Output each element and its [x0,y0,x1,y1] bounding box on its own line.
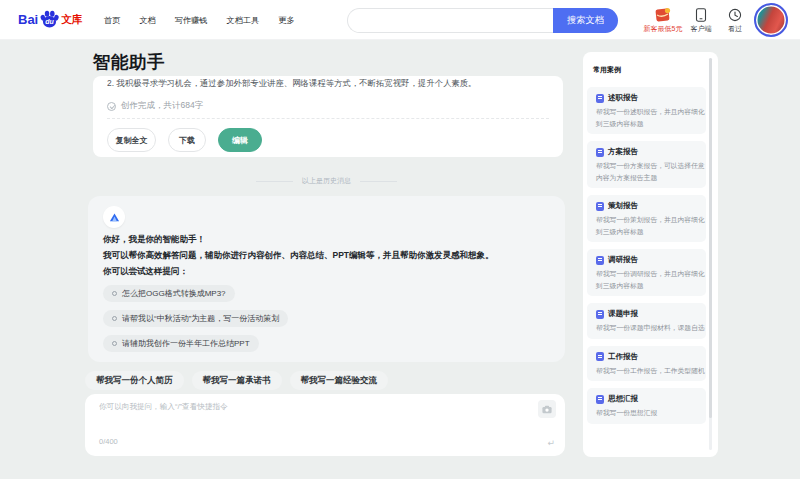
case-card-keti[interactable]: 课题申报 帮我写一份课题申报材料，课题自选 [587,303,706,339]
case-card-shuzhi[interactable]: 述职报告 帮我写一份述职报告，并且内容细化到三级内容标题 [587,87,706,134]
example-question[interactable]: 请辅助我创作一份半年工作总结PPT [103,335,259,352]
promo-gift-icon [653,6,673,23]
copy-all-button[interactable]: 复制全文 [107,128,156,152]
document-icon [596,94,604,103]
case-card-diaoyan[interactable]: 调研报告 帮我写一份调研报告，并且内容细化到三级内容标题 [587,249,706,296]
bullet-circle-icon [112,341,117,346]
nav-docs[interactable]: 文档 [139,15,155,26]
scrollbar-thumb[interactable] [709,58,712,418]
navbar: Bai du 文库 首页 文档 写作赚钱 文档工具 更多 搜索文档 新客最低5元 [0,0,800,40]
divider-line-left [256,181,293,182]
divider-line-right [360,181,397,182]
common-cases-panel: 常用案例 述职报告 帮我写一份述职报告，并且内容细化到三级内容标题 方案报告 帮… [583,52,718,457]
clock-icon [728,8,742,22]
baidu-paw-icon: du [39,9,60,30]
search-input[interactable] [347,8,553,33]
document-icon [596,310,604,319]
example-question[interactable]: 请帮我以“中秋活动”为主题，写一份活动策划 [103,310,288,327]
case-card-fangan[interactable]: 方案报告 帮我写一份方案报告，可以选择任意内容为方案报告主题 [587,141,706,188]
document-icon [596,256,604,265]
question-input[interactable] [99,402,529,432]
cases-panel-title: 常用案例 [593,65,711,75]
viewed-label: 看过 [721,24,749,34]
bullet-circle-icon [112,291,117,296]
assistant-intro: 我可以帮你高效解答问题，辅助你进行内容创作、内容总结、PPT编辑等，并且帮助你激… [103,247,550,263]
search-bar: 搜索文档 [347,8,618,33]
camera-icon [542,405,552,414]
nav-earn[interactable]: 写作赚钱 [175,15,208,26]
quick-prompt-resume[interactable]: 帮我写一份个人简历 [85,371,184,390]
history-clipped-text: 2. 我积极寻求学习机会，通过参加外部专业讲座、网络课程等方式，不断拓宽视野，提… [107,79,549,92]
assistant-avatar [103,206,125,228]
client-label: 客户端 [686,24,716,34]
image-upload-button[interactable] [538,400,556,418]
case-card-sixiang[interactable]: 思想汇报 帮我写一份思想汇报 [587,388,706,424]
phone-icon [695,8,707,22]
logo-bai: Bai [18,12,38,27]
logo-wenku: 文库 [61,13,82,27]
creation-status: 创作完成，共计684字 [107,100,549,112]
check-circle-icon [107,102,116,111]
client-entry[interactable]: 客户端 [686,6,716,34]
question-input-box: 0/400 ↵ [85,394,565,456]
wenku-ai-logo-icon [109,212,120,223]
viewed-entry[interactable]: 看过 [721,6,749,34]
assistant-message-bubble: 你好，我是你的智能助手！ 我可以帮你高效解答问题，辅助你进行内容创作、内容总结、… [88,196,565,362]
svg-text:du: du [45,18,54,25]
document-icon [596,202,604,211]
user-avatar[interactable] [754,3,788,37]
quick-prompt-promise[interactable]: 帮我写一篇承诺书 [192,371,282,390]
document-icon [596,148,604,157]
history-result-card: 2. 我积极寻求学习机会，通过参加外部专业讲座、网络课程等方式，不断拓宽视野，提… [93,76,563,157]
assistant-greeting: 你好，我是你的智能助手！ [103,231,550,247]
bullet-circle-icon [112,316,117,321]
baidu-wenku-logo[interactable]: Bai du 文库 [18,9,82,30]
example-questions: 怎么把OGG格式转换成MP3? 请帮我以“中秋活动”为主题，写一份活动策划 请辅… [103,285,550,352]
main-nav: 首页 文档 写作赚钱 文档工具 更多 [104,0,295,40]
assistant-hint: 你可以尝试这样提问： [103,263,550,279]
case-list: 述职报告 帮我写一份述职报告，并且内容细化到三级内容标题 方案报告 帮我写一份方… [587,87,711,424]
dashed-divider [107,118,549,119]
sidebar-scrollbar[interactable] [709,58,712,450]
quick-prompts: 帮我写一份个人简历 帮我写一篇承诺书 帮我写一篇经验交流 [85,371,388,390]
promo-label: 新客最低5元 [640,24,686,34]
nav-more[interactable]: 更多 [278,15,294,26]
document-icon [596,352,604,361]
nav-tools[interactable]: 文档工具 [227,15,260,26]
case-card-gongzuo[interactable]: 工作报告 帮我写一份工作报告，工作类型随机 [587,346,706,382]
promo-entry[interactable]: 新客最低5元 [640,6,686,34]
example-question[interactable]: 怎么把OGG格式转换成MP3? [103,285,235,302]
nav-home[interactable]: 首页 [104,15,120,26]
history-actions: 复制全文 下载 编辑 [107,128,549,152]
quick-prompt-experience[interactable]: 帮我写一篇经验交流 [290,371,389,390]
edit-button[interactable]: 编辑 [218,128,262,152]
char-counter: 0/400 [99,437,118,446]
download-button[interactable]: 下载 [168,128,206,152]
search-button[interactable]: 搜索文档 [553,8,618,33]
document-icon [596,395,604,404]
history-messages-divider: 以上是历史消息 [88,176,565,186]
page-title: 智能助手 [93,50,165,74]
case-card-cehua[interactable]: 策划报告 帮我写一份策划报告，并且内容细化到三级内容标题 [587,195,706,242]
enter-icon: ↵ [547,438,555,448]
